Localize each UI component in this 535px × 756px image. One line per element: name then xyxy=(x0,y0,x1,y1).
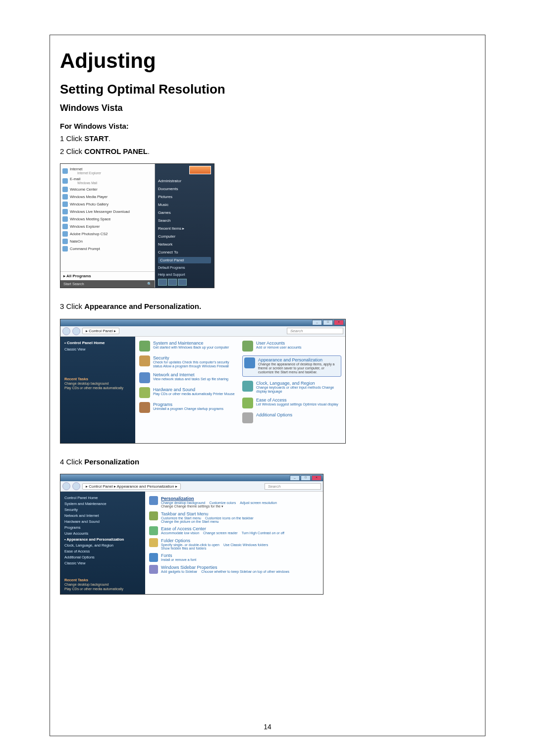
sm-default-programs[interactable]: Default Programs xyxy=(158,265,211,270)
breadcrumb[interactable]: ▸ Control Panel ▸ xyxy=(82,328,119,334)
start-item-wmp[interactable]: Windows Media Player xyxy=(62,193,153,201)
window-titlebar: _ □ × xyxy=(60,474,323,481)
start-item-email[interactable]: E-mailWindows Mail xyxy=(62,176,153,186)
start-item-welcome[interactable]: Welcome Center xyxy=(62,186,153,193)
sm-control-panel[interactable]: Control Panel xyxy=(158,257,211,263)
sm-games[interactable]: Games xyxy=(158,209,211,216)
side-programs[interactable]: Programs xyxy=(64,524,141,530)
sm-help[interactable]: Help and Support xyxy=(158,272,211,277)
screenshot-start-menu: InternetInternet Explorer E-mailWindows … xyxy=(60,163,475,288)
start-item-explorer[interactable]: Windows Explorer xyxy=(62,223,153,230)
messenger-icon xyxy=(62,209,68,214)
folder-icon xyxy=(149,538,158,547)
start-item-internet[interactable]: InternetInternet Explorer xyxy=(62,166,153,176)
start-item-nateon[interactable]: NateOn xyxy=(62,238,153,245)
sm-recent[interactable]: Recent Items ▸ xyxy=(158,225,211,232)
cat-clock[interactable]: Clock, Language, and RegionChange keyboa… xyxy=(242,381,341,394)
fonts-icon xyxy=(149,553,158,562)
cat-hardware[interactable]: Hardware and SoundPlay CDs or other medi… xyxy=(139,387,238,398)
breadcrumb[interactable]: ▸ Control Panel ▸ Appearance and Persona… xyxy=(82,483,181,490)
nateon-icon xyxy=(62,239,68,244)
search-input[interactable]: Search xyxy=(287,328,343,334)
sm-search[interactable]: Search xyxy=(158,217,211,224)
sm-music[interactable]: Music xyxy=(158,202,211,208)
back-button[interactable] xyxy=(62,327,70,335)
address-bar: ▸ Control Panel ▸ Appearance and Persona… xyxy=(60,481,323,492)
side-users[interactable]: User Accounts xyxy=(64,530,141,536)
side-home[interactable]: Control Panel Home xyxy=(64,495,141,501)
close-button[interactable]: × xyxy=(312,475,321,481)
start-item-cmd[interactable]: Command Prompt xyxy=(62,245,153,252)
item-fonts[interactable]: FontsInstall or remove a font xyxy=(149,552,319,563)
forward-button[interactable] xyxy=(72,327,80,335)
side-security[interactable]: Security xyxy=(64,506,141,512)
sm-network[interactable]: Network xyxy=(158,241,211,248)
sm-pictures[interactable]: Pictures xyxy=(158,194,211,200)
sm-computer[interactable]: Computer xyxy=(158,233,211,240)
mail-icon xyxy=(62,178,68,184)
page-number: 14 xyxy=(50,723,485,731)
item-taskbar[interactable]: Taskbar and Start MenuCustomize the Star… xyxy=(149,510,319,525)
side-clock[interactable]: Clock, Language, and Region xyxy=(64,542,141,548)
start-menu-right-column: Administrator Documents Pictures Music G… xyxy=(155,164,214,288)
cat-network[interactable]: Network and InternetView network status … xyxy=(139,372,238,383)
minimize-button[interactable]: _ xyxy=(312,320,322,325)
back-button[interactable] xyxy=(62,482,70,490)
cat-ease[interactable]: Ease of AccessLet Windows suggest settin… xyxy=(242,398,341,408)
explorer-icon xyxy=(62,224,68,229)
maximize-button[interactable]: □ xyxy=(323,320,333,325)
lock-icon xyxy=(168,279,177,286)
cat-system[interactable]: System and MaintenanceGet started with W… xyxy=(139,341,238,352)
sidebar-home[interactable]: • Control Panel Home xyxy=(64,341,131,345)
side-classic[interactable]: Classic View xyxy=(64,560,141,566)
side-ease[interactable]: Ease of Access xyxy=(64,548,141,554)
maximize-button[interactable]: □ xyxy=(301,475,311,481)
cat-users[interactable]: User AccountsAdd or remove user accounts xyxy=(242,341,341,352)
programs-icon xyxy=(139,402,150,413)
recent-task-1[interactable]: Change desktop background xyxy=(64,582,141,587)
item-sidebar[interactable]: Windows Sidebar PropertiesAdd gadgets to… xyxy=(149,563,319,575)
side-appearance[interactable]: • Appearance and Personalization xyxy=(64,536,141,542)
forward-button[interactable] xyxy=(72,482,80,490)
sm-connect[interactable]: Connect To xyxy=(158,249,211,255)
start-item-messenger[interactable]: Windows Live Messenger Download xyxy=(62,208,153,215)
photo-icon xyxy=(62,202,68,207)
personalization-icon xyxy=(149,496,158,505)
ease-center-icon xyxy=(149,526,158,535)
start-item-meeting[interactable]: Windows Meeting Space xyxy=(62,215,153,223)
power-icon xyxy=(158,279,167,286)
start-item-photo[interactable]: Windows Photo Gallery xyxy=(62,201,153,208)
sm-documents[interactable]: Documents xyxy=(158,186,211,192)
side-system[interactable]: System and Maintenance xyxy=(64,501,141,506)
recent-task-2[interactable]: Play CDs or other media automatically xyxy=(64,587,141,591)
sidebar-classic[interactable]: Classic View xyxy=(64,347,131,352)
cat-additional[interactable]: Additional Options xyxy=(242,412,341,423)
power-buttons[interactable] xyxy=(158,279,211,286)
cat-appearance[interactable]: Appearance and PersonalizationChange the… xyxy=(242,355,341,377)
side-hardware[interactable]: Hardware and Sound xyxy=(64,518,141,524)
side-additional[interactable]: Additional Options xyxy=(64,554,141,560)
clock-icon xyxy=(242,381,253,392)
welcome-icon xyxy=(62,187,68,192)
search-input[interactable]: Search xyxy=(265,483,321,490)
subsection-heading: Windows Vista xyxy=(60,103,475,113)
system-icon xyxy=(139,341,150,352)
item-ease[interactable]: Ease of Access CenterAccommodate low vis… xyxy=(149,525,319,537)
all-programs-link[interactable]: ▸ All Programs xyxy=(60,271,155,280)
arrow-icon xyxy=(178,279,187,286)
recent-tasks-header: Recent Tasks xyxy=(64,377,131,381)
start-search-input[interactable]: Start Search🔍 xyxy=(60,280,155,288)
item-folder[interactable]: Folder OptionsSpecify single- or double-… xyxy=(149,537,319,552)
recent-task-1[interactable]: Change desktop background xyxy=(64,381,131,386)
start-menu-left-column: InternetInternet Explorer E-mailWindows … xyxy=(60,164,155,271)
side-network[interactable]: Network and Internet xyxy=(64,512,141,518)
minimize-button[interactable]: _ xyxy=(290,475,300,481)
item-personalization[interactable]: Personalization Change desktop backgroun… xyxy=(149,495,319,510)
close-button[interactable]: × xyxy=(334,320,344,325)
start-item-photoshop[interactable]: Adobe Photoshop CS2 xyxy=(62,230,153,238)
cat-security[interactable]: SecurityCheck for updates Check this com… xyxy=(139,355,238,369)
cat-programs[interactable]: ProgramsUninstall a program Change start… xyxy=(139,402,238,413)
window-titlebar: _ □ × xyxy=(60,319,345,326)
recent-task-2[interactable]: Play CDs or other media automatically xyxy=(64,386,131,390)
screenshot-appearance: _ □ × ▸ Control Panel ▸ Appearance and P… xyxy=(60,474,475,595)
